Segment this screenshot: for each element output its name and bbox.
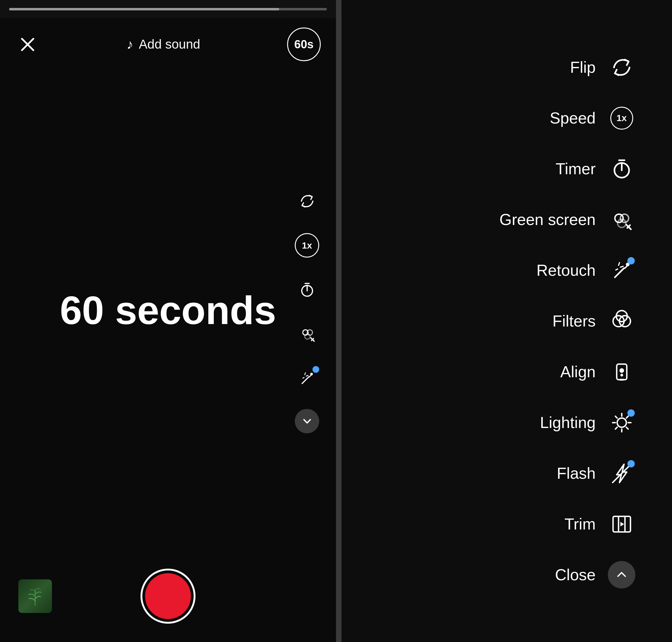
chevron-up-icon [614, 567, 629, 582]
svg-point-29 [620, 374, 623, 376]
menu-item-flash[interactable]: Flash [378, 448, 635, 499]
duration-text: 60s [294, 38, 313, 51]
svg-marker-44 [620, 522, 624, 526]
speed-label: Speed [550, 109, 596, 127]
lighting-menu-dot [628, 409, 635, 417]
close-button[interactable] [15, 32, 40, 56]
filters-label: Filters [552, 312, 596, 330]
menu-item-flip[interactable]: Flip [378, 42, 635, 93]
svg-point-31 [617, 418, 626, 427]
add-sound-button[interactable]: ♪ Add sound [127, 37, 200, 52]
flash-menu-icon [608, 460, 635, 487]
panel-divider [336, 0, 342, 642]
music-icon: ♪ [127, 37, 133, 52]
menu-item-trim[interactable]: Trim [378, 499, 635, 549]
chevron-down-icon [300, 414, 314, 428]
top-bar: ♪ Add sound 60s [0, 18, 336, 70]
progress-fill [9, 8, 279, 10]
record-button-inner [145, 573, 191, 619]
svg-point-12 [310, 373, 313, 375]
camera-area: 60 seconds 1x [0, 70, 336, 550]
timer-icon [299, 281, 316, 298]
flip-button[interactable] [293, 188, 321, 215]
close-menu-button[interactable] [608, 561, 635, 589]
record-button-container [141, 569, 196, 624]
flip-menu-icon [608, 53, 635, 81]
progress-bar [9, 8, 327, 10]
add-sound-label: Add sound [139, 37, 200, 52]
menu-item-retouch[interactable]: Retouch [378, 245, 635, 296]
svg-line-37 [626, 427, 628, 429]
timer-menu-icon [608, 155, 635, 182]
retouch-menu-dot [628, 257, 635, 265]
lighting-menu-icon [608, 409, 635, 436]
speed-icon: 1x [295, 233, 319, 258]
expand-button[interactable] [295, 409, 319, 434]
gallery-thumb-inner [18, 579, 52, 613]
green-screen-menu-icon [608, 206, 635, 233]
lighting-label: Lighting [540, 413, 596, 432]
x-icon [19, 36, 36, 53]
record-button[interactable] [141, 569, 196, 624]
retouch-label: Retouch [536, 261, 596, 280]
svg-line-38 [626, 416, 628, 418]
green-screen-button[interactable] [293, 320, 321, 348]
seconds-label: 60 seconds [60, 287, 276, 333]
timer-label: Timer [556, 159, 596, 178]
menu-item-green-screen[interactable]: Green screen [378, 194, 635, 245]
retouch-button[interactable] [293, 365, 321, 392]
fern-image [23, 584, 47, 608]
menu-item-timer[interactable]: Timer [378, 143, 635, 194]
green-screen-icon [299, 325, 316, 343]
close-menu-label: Close [555, 566, 596, 584]
flash-menu-dot [628, 460, 635, 467]
bottom-bar [0, 550, 336, 642]
filters-menu-icon [608, 307, 635, 335]
duration-badge[interactable]: 60s [287, 27, 321, 61]
settings-panel: Flip Speed 1x Timer [342, 0, 672, 642]
svg-point-28 [619, 368, 624, 373]
progress-bar-container [0, 0, 336, 18]
speed-button[interactable]: 1x [293, 232, 321, 259]
right-side-icons: 1x [293, 188, 321, 434]
retouch-menu-icon [608, 257, 635, 284]
retouch-blue-dot [313, 366, 319, 373]
camera-panel: ♪ Add sound 60s 60 seconds 1x [0, 0, 336, 642]
menu-item-close[interactable]: Close [378, 549, 635, 600]
trim-label: Trim [565, 515, 596, 533]
menu-item-lighting[interactable]: Lighting [378, 397, 635, 448]
green-screen-label: Green screen [499, 210, 596, 229]
gallery-thumbnail[interactable] [18, 579, 52, 613]
trim-menu-icon [608, 510, 635, 538]
flip-label: Flip [570, 58, 596, 76]
speed-menu-icon: 1x [608, 104, 635, 132]
menu-item-speed[interactable]: Speed 1x [378, 93, 635, 143]
menu-item-filters[interactable]: Filters [378, 296, 635, 346]
retouch-icon [299, 370, 316, 387]
menu-item-align[interactable]: Align [378, 346, 635, 397]
svg-line-36 [615, 416, 617, 418]
flip-icon [299, 193, 316, 209]
align-menu-icon [608, 358, 635, 385]
flash-label: Flash [557, 464, 596, 483]
svg-line-39 [615, 427, 617, 429]
align-label: Align [560, 362, 596, 381]
svg-rect-30 [619, 379, 624, 381]
timer-button[interactable] [293, 276, 321, 304]
